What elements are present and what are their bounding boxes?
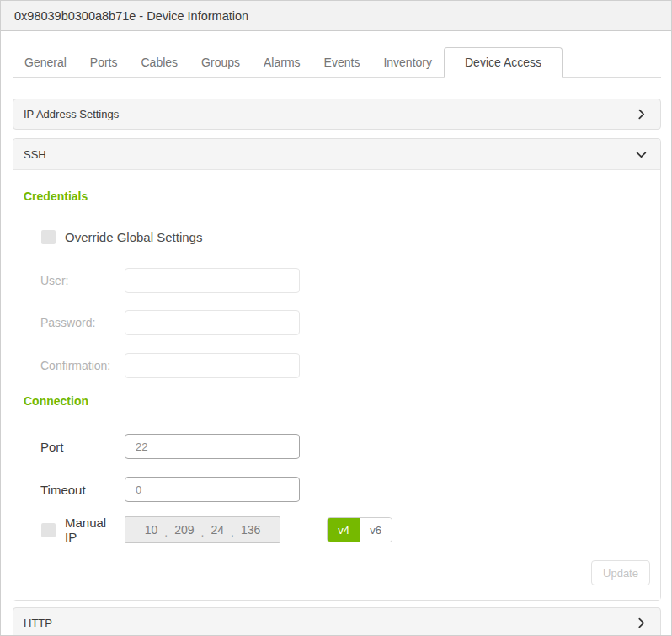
confirmation-input[interactable] xyxy=(125,353,300,378)
tab-events[interactable]: Events xyxy=(312,48,372,77)
port-field-row: Port xyxy=(40,434,650,459)
dialog-titlebar: 0x98039b0300a8b71e - Device Information xyxy=(1,1,671,31)
ip-address-settings-header[interactable]: IP Address Settings xyxy=(13,99,661,130)
ssh-body: Credentials Override Global Settings Use… xyxy=(13,190,660,600)
manual-ip-row: Manual IP 10 . 209 . 24 . 136 v4 v6 xyxy=(24,516,650,543)
tab-bar: General Ports Cables Groups Alarms Event… xyxy=(13,47,661,78)
ip-version-toggle: v4 v6 xyxy=(327,517,392,542)
tab-cables[interactable]: Cables xyxy=(130,48,190,77)
port-label: Port xyxy=(40,440,125,454)
timeout-field-row: Timeout xyxy=(40,477,650,502)
ip-version-v6-button[interactable]: v6 xyxy=(360,518,392,542)
ip-octet-3: 24 xyxy=(205,523,229,537)
ssh-header[interactable]: SSH xyxy=(13,139,660,170)
password-field-row: Password: xyxy=(40,310,650,335)
port-input[interactable] xyxy=(125,434,300,459)
credentials-heading: Credentials xyxy=(24,190,650,202)
http-label: HTTP xyxy=(24,617,52,629)
tab-ports[interactable]: Ports xyxy=(78,48,130,77)
password-input[interactable] xyxy=(125,310,300,335)
update-button-row: Update xyxy=(24,560,650,585)
http-panel: HTTP xyxy=(13,607,661,636)
http-header[interactable]: HTTP xyxy=(13,607,661,636)
confirmation-label: Confirmation: xyxy=(40,359,125,372)
tab-groups[interactable]: Groups xyxy=(189,48,252,77)
tab-alarms[interactable]: Alarms xyxy=(252,48,312,77)
ssh-label: SSH xyxy=(24,148,46,161)
ip-dot: . xyxy=(163,526,169,539)
ip-dot: . xyxy=(200,526,206,539)
timeout-label: Timeout xyxy=(40,483,125,497)
connection-heading: Connection xyxy=(24,395,650,407)
chevron-down-icon xyxy=(636,149,647,160)
ip-address-settings-panel: IP Address Settings xyxy=(13,99,661,130)
chevron-right-icon xyxy=(636,109,647,120)
manual-ip-input[interactable]: 10 . 209 . 24 . 136 xyxy=(125,516,280,543)
override-global-settings-row: Override Global Settings xyxy=(24,229,650,244)
password-label: Password: xyxy=(40,316,125,329)
ip-octet-4: 136 xyxy=(236,523,265,537)
update-button[interactable]: Update xyxy=(591,560,650,585)
override-global-settings-label: Override Global Settings xyxy=(65,230,202,244)
dialog-content: General Ports Cables Groups Alarms Event… xyxy=(1,47,671,636)
timeout-input[interactable] xyxy=(125,477,300,502)
user-label: User: xyxy=(40,274,125,287)
manual-ip-checkbox[interactable] xyxy=(41,523,56,537)
tab-device-access[interactable]: Device Access xyxy=(444,47,563,78)
ip-dot: . xyxy=(229,526,236,539)
ip-octet-2: 209 xyxy=(169,523,199,537)
confirmation-field-row: Confirmation: xyxy=(40,353,650,378)
chevron-right-icon xyxy=(636,617,647,628)
dialog-title: 0x98039b0300a8b71e - Device Information xyxy=(14,9,248,23)
device-information-dialog: 0x98039b0300a8b71e - Device Information … xyxy=(0,0,672,636)
tab-inventory[interactable]: Inventory xyxy=(371,48,444,77)
user-field-row: User: xyxy=(40,268,650,293)
ssh-panel: SSH Credentials Override Global Settings… xyxy=(13,138,661,601)
ip-address-settings-label: IP Address Settings xyxy=(24,108,119,120)
ip-octet-1: 10 xyxy=(140,523,163,537)
tab-general[interactable]: General xyxy=(13,48,78,77)
user-input[interactable] xyxy=(125,268,300,293)
manual-ip-label: Manual IP xyxy=(65,516,115,544)
ip-version-v4-button[interactable]: v4 xyxy=(328,518,360,542)
override-global-settings-checkbox[interactable] xyxy=(41,230,56,244)
